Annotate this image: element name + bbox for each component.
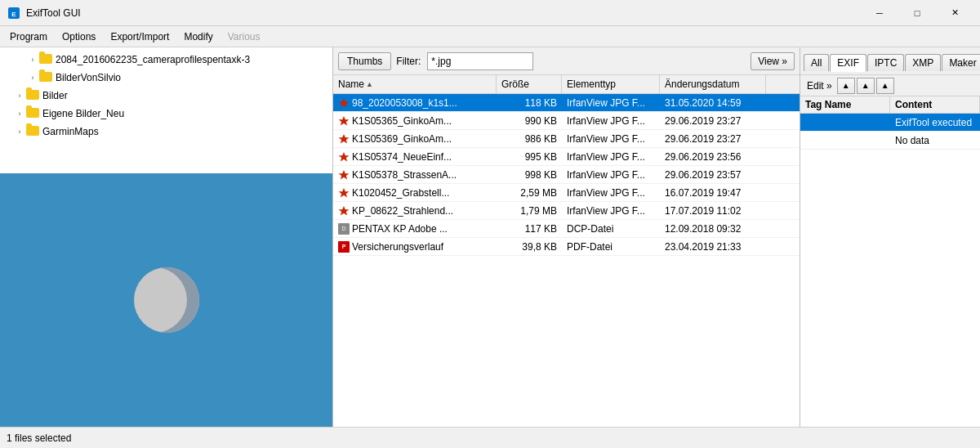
meta-tag-cell xyxy=(800,114,890,131)
statusbar: 1 files selected xyxy=(0,427,980,448)
meta-header: Tag Name Content xyxy=(800,96,980,114)
menu-item-options[interactable]: Options xyxy=(56,29,102,44)
file-name-cell: K1S05365_GinkoAm... xyxy=(333,112,497,129)
file-tree[interactable]: ›2084_2016062235_cameraprofilespentaxk-3… xyxy=(0,47,332,173)
meta-tag-cell xyxy=(800,132,890,149)
file-date-cell: 17.07.2019 11:02 xyxy=(660,202,766,219)
table-row[interactable]: K1S05369_GinkoAm...986 KBIrfanView JPG F… xyxy=(333,130,800,148)
col-size[interactable]: Größe xyxy=(497,75,562,93)
irfan-icon xyxy=(338,97,350,109)
file-name: K1S05369_GinkoAm... xyxy=(352,133,452,145)
tree-toggle-icon[interactable]: › xyxy=(26,53,39,66)
file-date-cell: 31.05.2020 14:59 xyxy=(660,94,766,111)
edit-arrow-up2[interactable]: ▲ xyxy=(857,78,875,94)
folder-icon xyxy=(26,108,39,120)
tab-maker[interactable]: Maker xyxy=(942,54,980,71)
meta-content-cell: No data xyxy=(890,132,980,149)
file-toolbar: Thumbs Filter: View » xyxy=(333,47,800,75)
view-button[interactable]: View » xyxy=(751,52,795,70)
minimize-button[interactable]: ─ xyxy=(861,0,898,26)
file-date-cell: 29.06.2019 23:27 xyxy=(660,130,766,147)
irfan-icon xyxy=(338,115,350,127)
col-name[interactable]: Name ▲ xyxy=(333,75,497,93)
folder-icon xyxy=(39,54,52,66)
col-type[interactable]: Elementtyp xyxy=(562,75,660,93)
file-size-cell: 990 KB xyxy=(497,112,562,129)
tab-bar: AllEXIFIPTCXMPMakerCustom xyxy=(800,47,980,75)
tree-item[interactable]: ›GarminMaps xyxy=(0,123,332,141)
file-name: KP_08622_Strahlend... xyxy=(352,205,453,217)
close-button[interactable]: ✕ xyxy=(936,0,973,26)
filter-input[interactable] xyxy=(427,52,533,70)
tab-xmp[interactable]: XMP xyxy=(905,54,941,71)
table-row[interactable]: PVersicherungsverlauf39,8 KBPDF-Datei23.… xyxy=(333,238,800,256)
file-date-cell: 29.06.2019 23:57 xyxy=(660,166,766,183)
menu-item-program[interactable]: Program xyxy=(3,29,54,44)
file-size-cell: 39,8 KB xyxy=(497,238,562,255)
file-name-cell: KP_08622_Strahlend... xyxy=(333,202,497,219)
file-list-header: Name ▲ Größe Elementtyp Änderungsdatum xyxy=(333,75,800,94)
table-row[interactable]: K1020452_Grabstell...2,59 MBIrfanView JP… xyxy=(333,184,800,202)
menu-item-modify[interactable]: Modify xyxy=(177,29,219,44)
main-container: ›2084_2016062235_cameraprofilespentaxk-3… xyxy=(0,47,980,427)
metadata-table[interactable]: Tag Name Content ExifTool executedNo dat… xyxy=(800,96,980,427)
menubar: ProgramOptionsExport/ImportModifyVarious xyxy=(0,26,980,47)
edit-arrow-up3[interactable]: ▲ xyxy=(876,78,894,94)
folder-icon xyxy=(39,72,52,84)
meta-row[interactable]: No data xyxy=(800,132,980,150)
menu-item-export-import[interactable]: Export/Import xyxy=(104,29,176,44)
file-name: Versicherungsverlauf xyxy=(352,241,443,253)
table-row[interactable]: K1S05378_StrassenA...998 KBIrfanView JPG… xyxy=(333,166,800,184)
tree-label: GarminMaps xyxy=(42,126,99,137)
tab-exif[interactable]: EXIF xyxy=(830,54,866,72)
tree-item[interactable]: ›BilderVonSilvio xyxy=(0,69,332,87)
tree-item[interactable]: ›2084_2016062235_cameraprofilespentaxk-3 xyxy=(0,51,332,69)
meta-col-content: Content xyxy=(890,96,980,113)
file-type-cell: IrfanView JPG F... xyxy=(562,166,660,183)
file-type-cell: IrfanView JPG F... xyxy=(562,184,660,201)
thumbs-button[interactable]: Thumbs xyxy=(338,52,391,70)
tab-iptc[interactable]: IPTC xyxy=(867,54,904,71)
meta-content-cell: ExifTool executed xyxy=(890,114,980,131)
file-name: K1S05365_GinkoAm... xyxy=(352,115,452,127)
meta-row[interactable]: ExifTool executed xyxy=(800,114,980,132)
table-row[interactable]: K1S05374_NeueEinf...995 KBIrfanView JPG … xyxy=(333,148,800,166)
tree-item[interactable]: ›Bilder xyxy=(0,87,332,105)
tree-label: 2084_2016062235_cameraprofilespentaxk-3 xyxy=(56,54,250,65)
svg-marker-3 xyxy=(339,116,350,126)
preview-image xyxy=(134,267,199,333)
meta-col-tag: Tag Name xyxy=(800,96,890,113)
tab-all[interactable]: All xyxy=(804,54,829,71)
status-text: 1 files selected xyxy=(7,432,71,444)
col-date[interactable]: Änderungsdatum xyxy=(660,75,766,93)
file-date-cell: 29.06.2019 23:27 xyxy=(660,112,766,129)
folder-icon xyxy=(26,126,39,138)
table-row[interactable]: DPENTAX KP Adobe ...117 KBDCP-Datei12.09… xyxy=(333,220,800,238)
file-list[interactable]: Name ▲ Größe Elementtyp Änderungsdatum 9… xyxy=(333,75,800,427)
filter-label: Filter: xyxy=(396,56,421,67)
tree-label: Bilder xyxy=(42,90,68,101)
file-name: K1020452_Grabstell... xyxy=(352,187,449,199)
irfan-icon xyxy=(338,205,350,217)
menu-item-various: Various xyxy=(221,29,267,44)
svg-marker-8 xyxy=(339,206,350,216)
file-name-cell: K1020452_Grabstell... xyxy=(333,184,497,201)
table-row[interactable]: 98_2020053008_k1s1...118 KBIrfanView JPG… xyxy=(333,94,800,112)
file-name: K1S05378_StrassenA... xyxy=(352,169,457,181)
irfan-icon xyxy=(338,169,350,181)
table-row[interactable]: K1S05365_GinkoAm...990 KBIrfanView JPG F… xyxy=(333,112,800,130)
irfan-icon xyxy=(338,151,350,163)
file-type-cell: IrfanView JPG F... xyxy=(562,148,660,165)
svg-marker-5 xyxy=(339,152,350,162)
edit-arrow-up1[interactable]: ▲ xyxy=(837,78,855,94)
maximize-button[interactable]: □ xyxy=(898,0,936,26)
tree-toggle-icon[interactable]: › xyxy=(13,89,26,102)
tree-item[interactable]: ›Eigene Bilder_Neu xyxy=(0,105,332,123)
pdf-icon: P xyxy=(338,241,350,253)
tree-toggle-icon[interactable]: › xyxy=(26,71,39,84)
tree-toggle-icon[interactable]: › xyxy=(13,107,26,120)
tree-toggle-icon[interactable]: › xyxy=(13,125,26,138)
table-row[interactable]: KP_08622_Strahlend...1,79 MBIrfanView JP… xyxy=(333,202,800,220)
edit-label[interactable]: Edit » xyxy=(804,79,835,92)
app-icon: E xyxy=(7,6,21,20)
